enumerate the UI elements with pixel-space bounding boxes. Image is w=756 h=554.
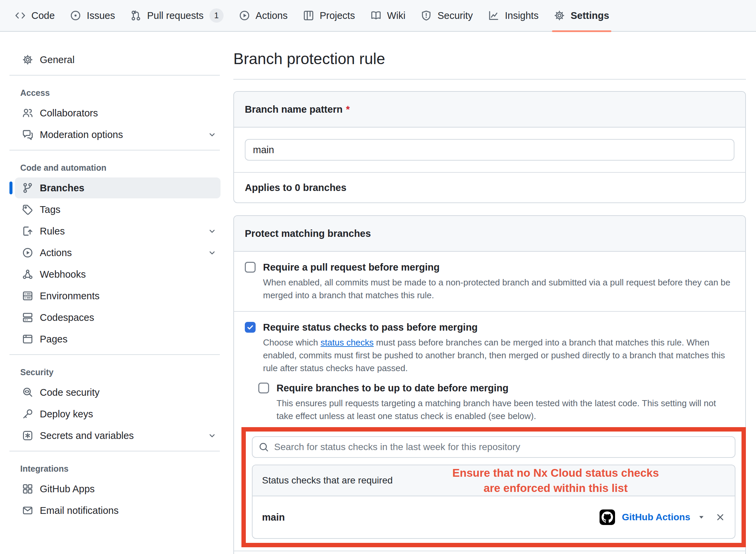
title-divider [233, 79, 746, 80]
sidebar-item-secrets-variables[interactable]: Secrets and variables [15, 425, 221, 446]
chevron-down-icon [208, 431, 216, 440]
nav-tab-insights[interactable]: Insights [482, 0, 545, 31]
sidebar-item-email-notifications[interactable]: Email notifications [15, 500, 221, 521]
annotation-note-text: Ensure that no Nx Cloud status checks ar… [393, 465, 725, 496]
sidebar-item-label: Pages [40, 334, 67, 345]
sidebar-item-label: Rules [40, 226, 65, 237]
server-icon [22, 290, 33, 301]
sidebar-item-environments[interactable]: Environments [15, 285, 221, 306]
nav-tab-projects[interactable]: Projects [297, 0, 361, 31]
mail-icon [22, 505, 33, 516]
status-checks-table-header: Status checks that are required Ensure t… [253, 465, 735, 496]
sidebar-item-github-apps[interactable]: GitHub Apps [15, 478, 221, 499]
sidebar-item-label: Moderation options [40, 129, 123, 140]
protect-matching-branches-card: Protect matching branches Require a pull… [233, 215, 746, 554]
status-checks-header-label: Status checks that are required [262, 475, 393, 486]
require-pull-request-label: Require a pull request before merging [263, 261, 440, 273]
sidebar-item-label: GitHub Apps [40, 483, 95, 495]
active-tab-underline [552, 30, 611, 32]
graph-icon [488, 10, 499, 21]
sidebar-item-pages[interactable]: Pages [15, 329, 221, 350]
branch-name-pattern-input[interactable] [245, 139, 734, 161]
settings-sidebar: General Access Collaborators Moderation … [0, 32, 229, 554]
status-checks-link[interactable]: status checks [321, 337, 374, 348]
status-check-row: main GitHub Actions [253, 496, 735, 538]
issue-opened-icon [70, 10, 81, 21]
gear-icon [554, 10, 565, 21]
sidebar-divider [9, 150, 220, 150]
search-placeholder-text: Search for status checks in the last wee… [274, 442, 520, 452]
comment-discussion-icon [22, 129, 33, 140]
required-status-checks-table: Status checks that are required Ensure t… [252, 465, 735, 539]
github-actions-link[interactable]: GitHub Actions [622, 512, 690, 523]
nav-tab-label: Actions [256, 10, 288, 21]
browser-icon [22, 334, 33, 344]
sidebar-item-moderation-options[interactable]: Moderation options [15, 124, 221, 145]
shield-icon [421, 10, 432, 21]
sidebar-section-security: Security [20, 367, 229, 377]
nav-tab-security[interactable]: Security [415, 0, 479, 31]
require-pull-request-checkbox[interactable] [245, 262, 256, 273]
applies-to-branches-text: Applies to 0 branches [234, 173, 745, 202]
sidebar-section-code-automation: Code and automation [20, 163, 229, 173]
protect-matching-branches-header: Protect matching branches [234, 216, 745, 252]
nav-tab-pull-requests[interactable]: Pull requests 1 [124, 0, 230, 31]
sidebar-item-label: Actions [40, 247, 72, 258]
sidebar-item-label: Secrets and variables [40, 430, 134, 441]
code-icon [15, 10, 26, 21]
sidebar-item-webhooks[interactable]: Webhooks [15, 264, 221, 285]
sidebar-item-label: Environments [40, 290, 99, 302]
require-up-to-date-checkbox[interactable] [258, 383, 269, 393]
sidebar-divider [9, 354, 220, 355]
status-check-name: main [262, 512, 285, 523]
webhook-icon [22, 269, 33, 280]
pull-requests-count-badge: 1 [209, 8, 224, 23]
require-up-to-date-section: Require branches to be up to date before… [258, 382, 734, 422]
sidebar-item-label: Webhooks [40, 269, 86, 280]
asterisk-box-icon [22, 430, 33, 441]
nav-tab-label: Code [31, 10, 55, 21]
codespaces-icon [22, 312, 33, 323]
next-section-divider [234, 551, 745, 554]
codescan-icon [22, 387, 33, 398]
git-branch-icon [22, 183, 33, 193]
annotation-line-1: Ensure that no Nx Cloud status checks [393, 465, 719, 480]
nav-tab-label: Wiki [387, 10, 406, 21]
require-pull-request-section: Require a pull request before merging Wh… [234, 252, 745, 311]
status-checks-search-input[interactable]: Search for status checks in the last wee… [252, 436, 735, 458]
require-status-checks-checkbox[interactable] [245, 322, 256, 333]
required-asterisk: * [346, 104, 350, 115]
chevron-down-icon [208, 130, 216, 139]
caret-down-icon[interactable] [697, 513, 706, 522]
repo-top-navigation: Code Issues Pull requests 1 Actions Proj… [0, 0, 756, 32]
sidebar-section-access: Access [20, 88, 229, 98]
sidebar-item-deploy-keys[interactable]: Deploy keys [15, 404, 221, 424]
sidebar-section-integrations: Integrations [20, 464, 229, 474]
require-status-checks-label: Require status checks to pass before mer… [263, 321, 478, 333]
nav-tab-wiki[interactable]: Wiki [365, 0, 412, 31]
sidebar-item-codespaces[interactable]: Codespaces [15, 307, 221, 328]
sidebar-item-label: Tags [40, 204, 60, 215]
sidebar-item-code-security[interactable]: Code security [15, 382, 221, 403]
sidebar-item-actions[interactable]: Actions [15, 242, 221, 263]
sidebar-item-tags[interactable]: Tags [15, 199, 221, 220]
nav-tab-issues[interactable]: Issues [64, 0, 121, 31]
gear-icon [22, 54, 33, 65]
nav-tab-actions[interactable]: Actions [233, 0, 294, 31]
nav-tab-label: Projects [320, 10, 355, 21]
nav-tab-settings[interactable]: Settings [548, 0, 615, 31]
pattern-input-row [234, 128, 745, 173]
main-content: Branch protection rule Branch name patte… [229, 32, 756, 554]
description-text: Choose which [263, 337, 321, 348]
sidebar-item-collaborators[interactable]: Collaborators [15, 103, 221, 123]
key-icon [22, 409, 33, 419]
sidebar-item-branches[interactable]: Branches [15, 177, 221, 198]
checkmark-icon [246, 323, 254, 331]
search-icon [259, 442, 269, 452]
nav-tab-code[interactable]: Code [9, 0, 61, 31]
sidebar-item-rules[interactable]: Rules [15, 221, 221, 242]
close-icon [715, 512, 725, 522]
remove-status-check-button[interactable] [715, 512, 725, 522]
sidebar-item-general[interactable]: General [15, 49, 221, 70]
github-actions-logo [600, 509, 615, 525]
